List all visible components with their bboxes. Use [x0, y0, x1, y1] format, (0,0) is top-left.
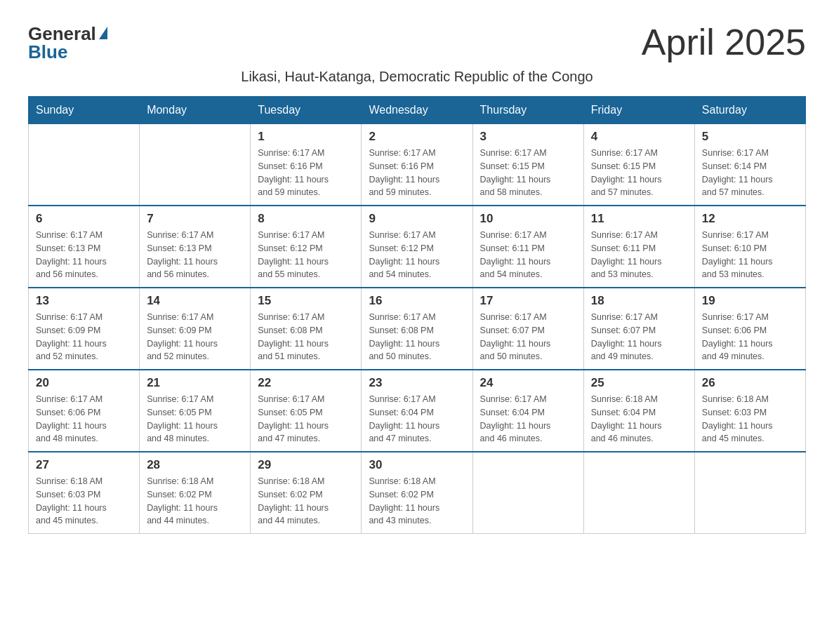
day-number: 11: [591, 212, 687, 226]
day-info: Sunrise: 6:18 AM Sunset: 6:03 PM Dayligh…: [702, 393, 798, 445]
calendar-day-header: Sunday: [29, 97, 140, 124]
day-number: 5: [702, 130, 798, 144]
day-number: 2: [369, 130, 465, 144]
day-number: 14: [147, 294, 243, 308]
calendar-cell: 22Sunrise: 6:17 AM Sunset: 6:05 PM Dayli…: [251, 370, 362, 452]
day-info: Sunrise: 6:17 AM Sunset: 6:12 PM Dayligh…: [369, 229, 465, 281]
calendar-cell: 7Sunrise: 6:17 AM Sunset: 6:13 PM Daylig…: [140, 206, 251, 288]
day-number: 22: [258, 376, 354, 390]
calendar-day-header: Monday: [140, 97, 251, 124]
calendar-cell: 5Sunrise: 6:17 AM Sunset: 6:14 PM Daylig…: [694, 124, 805, 206]
calendar-day-header: Tuesday: [251, 97, 362, 124]
calendar-cell: 30Sunrise: 6:18 AM Sunset: 6:02 PM Dayli…: [362, 452, 472, 534]
day-number: 28: [147, 458, 243, 472]
day-info: Sunrise: 6:17 AM Sunset: 6:10 PM Dayligh…: [702, 229, 798, 281]
day-info: Sunrise: 6:17 AM Sunset: 6:13 PM Dayligh…: [147, 229, 243, 281]
calendar-cell: 15Sunrise: 6:17 AM Sunset: 6:08 PM Dayli…: [251, 288, 362, 370]
calendar-week-row: 27Sunrise: 6:18 AM Sunset: 6:03 PM Dayli…: [29, 452, 806, 534]
calendar-cell: [29, 124, 140, 206]
calendar: SundayMondayTuesdayWednesdayThursdayFrid…: [28, 96, 806, 534]
calendar-cell: 9Sunrise: 6:17 AM Sunset: 6:12 PM Daylig…: [362, 206, 472, 288]
calendar-week-row: 1Sunrise: 6:17 AM Sunset: 6:16 PM Daylig…: [29, 124, 806, 206]
logo: General Blue: [28, 21, 107, 61]
day-info: Sunrise: 6:18 AM Sunset: 6:04 PM Dayligh…: [591, 393, 687, 445]
day-number: 1: [258, 130, 354, 144]
day-number: 3: [480, 130, 576, 144]
calendar-cell: 12Sunrise: 6:17 AM Sunset: 6:10 PM Dayli…: [694, 206, 805, 288]
day-number: 7: [147, 212, 243, 226]
day-info: Sunrise: 6:17 AM Sunset: 6:11 PM Dayligh…: [591, 229, 687, 281]
day-number: 17: [480, 294, 576, 308]
day-info: Sunrise: 6:18 AM Sunset: 6:02 PM Dayligh…: [369, 475, 465, 528]
calendar-header: SundayMondayTuesdayWednesdayThursdayFrid…: [29, 97, 806, 124]
calendar-day-header: Thursday: [472, 97, 583, 124]
day-info: Sunrise: 6:17 AM Sunset: 6:09 PM Dayligh…: [147, 311, 243, 363]
day-info: Sunrise: 6:17 AM Sunset: 6:07 PM Dayligh…: [591, 311, 687, 363]
day-number: 25: [591, 376, 687, 390]
day-number: 26: [702, 376, 798, 390]
calendar-day-header: Saturday: [694, 97, 805, 124]
calendar-cell: 2Sunrise: 6:17 AM Sunset: 6:16 PM Daylig…: [362, 124, 472, 206]
calendar-cell: 18Sunrise: 6:17 AM Sunset: 6:07 PM Dayli…: [583, 288, 694, 370]
calendar-cell: 17Sunrise: 6:17 AM Sunset: 6:07 PM Dayli…: [472, 288, 583, 370]
day-number: 13: [36, 294, 132, 308]
calendar-cell: 29Sunrise: 6:18 AM Sunset: 6:02 PM Dayli…: [251, 452, 362, 534]
day-info: Sunrise: 6:17 AM Sunset: 6:12 PM Dayligh…: [258, 229, 354, 281]
page-title: April 2025: [642, 21, 806, 63]
calendar-cell: 14Sunrise: 6:17 AM Sunset: 6:09 PM Dayli…: [140, 288, 251, 370]
day-info: Sunrise: 6:17 AM Sunset: 6:16 PM Dayligh…: [258, 147, 354, 199]
calendar-cell: 10Sunrise: 6:17 AM Sunset: 6:11 PM Dayli…: [472, 206, 583, 288]
calendar-cell: [694, 452, 805, 534]
day-info: Sunrise: 6:17 AM Sunset: 6:05 PM Dayligh…: [147, 393, 243, 445]
header: General Blue April 2025: [28, 21, 806, 63]
calendar-cell: 13Sunrise: 6:17 AM Sunset: 6:09 PM Dayli…: [29, 288, 140, 370]
calendar-cell: 27Sunrise: 6:18 AM Sunset: 6:03 PM Dayli…: [29, 452, 140, 534]
logo-triangle-icon: [99, 27, 107, 39]
day-info: Sunrise: 6:17 AM Sunset: 6:15 PM Dayligh…: [480, 147, 576, 199]
day-number: 21: [147, 376, 243, 390]
calendar-day-header: Friday: [583, 97, 694, 124]
calendar-cell: 19Sunrise: 6:17 AM Sunset: 6:06 PM Dayli…: [694, 288, 805, 370]
day-info: Sunrise: 6:17 AM Sunset: 6:08 PM Dayligh…: [258, 311, 354, 363]
day-info: Sunrise: 6:17 AM Sunset: 6:16 PM Dayligh…: [369, 147, 465, 199]
calendar-week-row: 6Sunrise: 6:17 AM Sunset: 6:13 PM Daylig…: [29, 206, 806, 288]
day-info: Sunrise: 6:17 AM Sunset: 6:11 PM Dayligh…: [480, 229, 576, 281]
calendar-cell: [140, 124, 251, 206]
calendar-week-row: 20Sunrise: 6:17 AM Sunset: 6:06 PM Dayli…: [29, 370, 806, 452]
day-number: 29: [258, 458, 354, 472]
day-info: Sunrise: 6:17 AM Sunset: 6:06 PM Dayligh…: [36, 393, 132, 445]
calendar-cell: 3Sunrise: 6:17 AM Sunset: 6:15 PM Daylig…: [472, 124, 583, 206]
day-info: Sunrise: 6:17 AM Sunset: 6:06 PM Dayligh…: [702, 311, 798, 363]
day-number: 10: [480, 212, 576, 226]
day-info: Sunrise: 6:17 AM Sunset: 6:05 PM Dayligh…: [258, 393, 354, 445]
day-number: 23: [369, 376, 465, 390]
day-info: Sunrise: 6:17 AM Sunset: 6:08 PM Dayligh…: [369, 311, 465, 363]
day-number: 8: [258, 212, 354, 226]
day-info: Sunrise: 6:18 AM Sunset: 6:02 PM Dayligh…: [147, 475, 243, 528]
day-info: Sunrise: 6:17 AM Sunset: 6:15 PM Dayligh…: [591, 147, 687, 199]
calendar-cell: 24Sunrise: 6:17 AM Sunset: 6:04 PM Dayli…: [472, 370, 583, 452]
day-number: 19: [702, 294, 798, 308]
subtitle: Likasi, Haut-Katanga, Democratic Republi…: [28, 69, 806, 85]
day-info: Sunrise: 6:18 AM Sunset: 6:03 PM Dayligh…: [36, 475, 132, 528]
calendar-week-row: 13Sunrise: 6:17 AM Sunset: 6:09 PM Dayli…: [29, 288, 806, 370]
day-number: 18: [591, 294, 687, 308]
calendar-cell: 26Sunrise: 6:18 AM Sunset: 6:03 PM Dayli…: [694, 370, 805, 452]
day-number: 30: [369, 458, 465, 472]
day-number: 4: [591, 130, 687, 144]
calendar-cell: 6Sunrise: 6:17 AM Sunset: 6:13 PM Daylig…: [29, 206, 140, 288]
day-number: 16: [369, 294, 465, 308]
day-info: Sunrise: 6:17 AM Sunset: 6:04 PM Dayligh…: [369, 393, 465, 445]
day-info: Sunrise: 6:17 AM Sunset: 6:13 PM Dayligh…: [36, 229, 132, 281]
day-info: Sunrise: 6:18 AM Sunset: 6:02 PM Dayligh…: [258, 475, 354, 528]
calendar-cell: 23Sunrise: 6:17 AM Sunset: 6:04 PM Dayli…: [362, 370, 472, 452]
calendar-cell: 16Sunrise: 6:17 AM Sunset: 6:08 PM Dayli…: [362, 288, 472, 370]
calendar-cell: 8Sunrise: 6:17 AM Sunset: 6:12 PM Daylig…: [251, 206, 362, 288]
day-number: 9: [369, 212, 465, 226]
logo-general-text: General: [28, 25, 96, 43]
day-number: 27: [36, 458, 132, 472]
day-number: 15: [258, 294, 354, 308]
day-number: 20: [36, 376, 132, 390]
day-number: 24: [480, 376, 576, 390]
calendar-day-header: Wednesday: [362, 97, 472, 124]
